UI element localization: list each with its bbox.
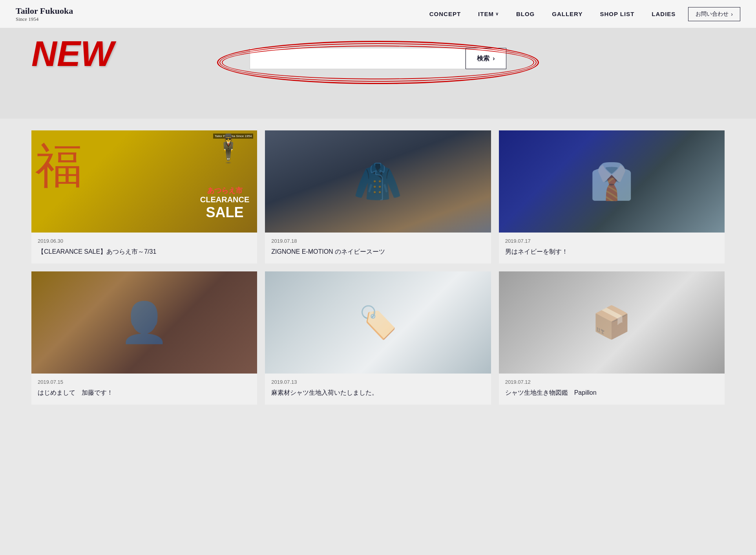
logo-area[interactable]: Tailor Fukuoka Since 1954 <box>16 6 73 22</box>
card-info: 2019.06.30 【CLEARANCE SALE】あつらえ市～7/31 <box>31 233 257 264</box>
clearance-sale: SALE <box>200 204 250 221</box>
logo-since: Since 1954 <box>16 16 73 22</box>
blog-card-suit[interactable]: 2019.07.18 ZIGNONE E-MOTION のネイビースーツ <box>265 130 491 264</box>
contact-button[interactable]: お問い合わせ › <box>688 7 740 21</box>
blog-card-person[interactable]: 2019.07.15 はじめまして 加藤です！ <box>31 271 257 405</box>
nav-blog[interactable]: BLOG <box>508 11 543 17</box>
card-title: はじめまして 加藤です！ <box>38 388 251 397</box>
card-date: 2019.07.17 <box>505 238 718 244</box>
card-title: ZIGNONE E-MOTION のネイビースーツ <box>271 247 484 256</box>
card-info: 2019.07.12 シャツ生地生き物図鑑 Papillon <box>499 374 725 405</box>
search-button[interactable]: 検索 › <box>466 48 506 69</box>
main-nav: CONCEPT ITEM ∨ BLOG GALLERY SHOP LIST LA… <box>421 7 740 21</box>
mannequin-icon: 🕴 <box>211 132 245 165</box>
card-info: 2019.07.15 はじめまして 加藤です！ <box>31 374 257 405</box>
card-image-tie <box>499 130 725 233</box>
card-title: 男はネイビーを制す！ <box>505 247 718 256</box>
card-date: 2019.07.18 <box>271 238 484 244</box>
browser-window: Tailor Fukuoka Since 1954 CONCEPT ITEM ∨… <box>0 0 756 555</box>
search-input[interactable] <box>250 48 466 69</box>
item-dropdown-icon: ∨ <box>495 11 499 16</box>
blog-card-cloth[interactable]: 2019.07.12 シャツ生地生き物図鑑 Papillon <box>499 271 725 405</box>
blog-card-fabric[interactable]: 2019.07.13 麻素材シャツ生地入荷いたしました。 <box>265 271 491 405</box>
card-image-fabric <box>265 271 491 374</box>
contact-arrow-icon: › <box>731 11 733 17</box>
card-date: 2019.06.30 <box>38 238 251 244</box>
clearance-text-overlay: あつらえ市 CLEARANCE SALE <box>200 186 250 221</box>
card-date: 2019.07.13 <box>271 379 484 385</box>
nav-concept[interactable]: CONCEPT <box>421 11 469 17</box>
clearance-atsurae: あつらえ市 <box>200 186 250 195</box>
card-image-person <box>31 271 257 374</box>
card-info: 2019.07.13 麻素材シャツ生地入荷いたしました。 <box>265 374 491 405</box>
card-title: 麻素材シャツ生地入荷いたしました。 <box>271 388 484 397</box>
nav-gallery[interactable]: GALLERY <box>543 11 591 17</box>
card-date: 2019.07.12 <box>505 379 718 385</box>
card-date: 2019.07.15 <box>38 379 251 385</box>
card-info: 2019.07.17 男はネイビーを制す！ <box>499 233 725 264</box>
card-title: シャツ生地生き物図鑑 Papillon <box>505 388 718 397</box>
new-badge: NEW <box>31 36 114 71</box>
blog-grid: Tailor Fukuoka Since 1954 🕴 あつらえ市 CLEARA… <box>0 119 756 416</box>
hero-section: NEW 検索 › <box>0 28 756 119</box>
site-header: Tailor Fukuoka Since 1954 CONCEPT ITEM ∨… <box>0 0 756 28</box>
clearance-label: CLEARANCE <box>200 195 250 204</box>
card-info: 2019.07.18 ZIGNONE E-MOTION のネイビースーツ <box>265 233 491 264</box>
blog-card-clearance[interactable]: Tailor Fukuoka Since 1954 🕴 あつらえ市 CLEARA… <box>31 130 257 264</box>
card-title: 【CLEARANCE SALE】あつらえ市～7/31 <box>38 247 251 256</box>
logo-title: Tailor Fukuoka <box>16 6 73 16</box>
card-image-cloth <box>499 271 725 374</box>
search-wrapper: 検索 › <box>241 48 515 69</box>
card-image-clearance: Tailor Fukuoka Since 1954 🕴 あつらえ市 CLEARA… <box>31 130 257 233</box>
search-arrow-icon: › <box>493 55 495 62</box>
card-image-suit <box>265 130 491 233</box>
blog-card-tie[interactable]: 2019.07.17 男はネイビーを制す！ <box>499 130 725 264</box>
nav-ladies[interactable]: LADIES <box>643 11 684 17</box>
nav-item[interactable]: ITEM ∨ <box>469 11 508 17</box>
nav-shoplist[interactable]: SHOP LIST <box>591 11 643 17</box>
